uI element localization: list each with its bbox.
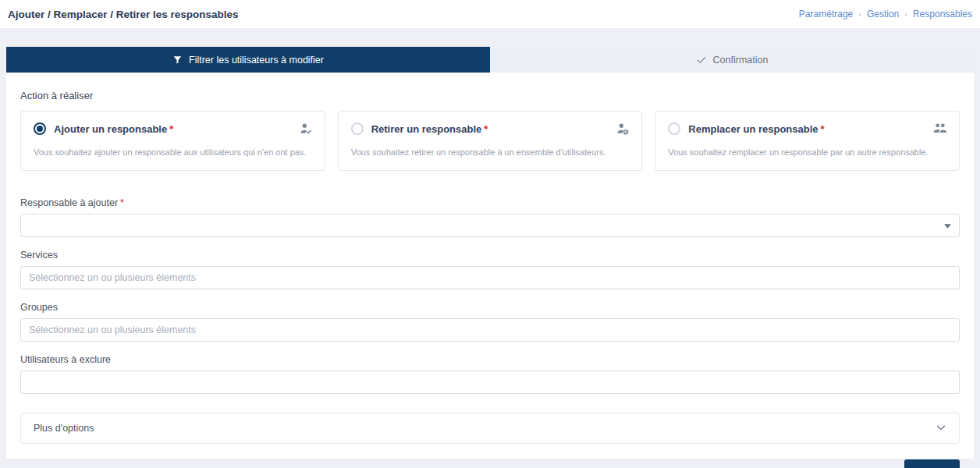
tab-filter-label: Filtrer les utilisateurs à modifier xyxy=(189,55,324,66)
filter-icon xyxy=(172,55,183,65)
field-groupes: Groupes xyxy=(20,302,960,342)
option-description: Vous souhaitez retirer un responsable à … xyxy=(351,147,630,158)
page-title: Ajouter / Remplacer / Retirer les respon… xyxy=(8,9,239,20)
people-icon xyxy=(932,121,948,140)
tab-confirmation-label: Confirmation xyxy=(713,55,769,66)
person-remove-icon xyxy=(615,121,630,140)
action-options: Ajouter un responsable* Vous souhaitez a… xyxy=(20,111,960,171)
person-check-icon xyxy=(298,121,314,140)
field-label: Groupes xyxy=(20,302,960,313)
option-title: Ajouter un responsable* xyxy=(54,123,173,135)
responsable-select[interactable] xyxy=(20,214,960,237)
option-description: Vous souhaitez remplacer un responsable … xyxy=(668,147,946,158)
radio-ajouter[interactable] xyxy=(34,122,46,135)
breadcrumb-responsables[interactable]: Responsables xyxy=(913,9,972,20)
utilisateurs-exclure-input[interactable] xyxy=(20,370,960,394)
chevron-down-icon xyxy=(944,220,951,231)
chevron-down-icon xyxy=(936,422,946,435)
radio-retirer[interactable] xyxy=(351,122,364,135)
services-input[interactable] xyxy=(20,266,960,289)
breadcrumb: Paramétrage › Gestion › Responsables xyxy=(799,9,972,20)
top-header: Ajouter / Remplacer / Retirer les respon… xyxy=(0,0,980,28)
required-asterisk: * xyxy=(169,123,173,135)
more-options-accordion[interactable]: Plus d'options xyxy=(20,413,960,444)
check-icon xyxy=(696,55,707,66)
required-asterisk: * xyxy=(120,197,124,208)
suivant-button[interactable]: Suivant xyxy=(904,459,960,468)
breadcrumb-gestion[interactable]: Gestion xyxy=(867,9,899,20)
option-title: Retirer un responsable* xyxy=(371,123,488,135)
field-utilisateurs-exclure: Utilisateurs à exclure xyxy=(20,354,960,394)
breadcrumb-parametrage[interactable]: Paramétrage xyxy=(799,9,853,20)
option-title: Remplacer un responsable* xyxy=(688,123,824,135)
option-card-remplacer[interactable]: Remplacer un responsable* Vous souhaitez… xyxy=(655,111,960,171)
main-container: Filtrer les utilisateurs à modifier Conf… xyxy=(6,47,974,459)
tab-filter-users[interactable]: Filtrer les utilisateurs à modifier xyxy=(6,47,490,73)
more-options-label: Plus d'options xyxy=(34,423,94,434)
footer-actions: Suivant xyxy=(20,459,960,468)
field-label: Services xyxy=(20,250,960,261)
option-card-ajouter[interactable]: Ajouter un responsable* Vous souhaitez a… xyxy=(20,111,325,171)
field-responsable: Responsable à ajouter* xyxy=(20,197,960,237)
option-description: Vous souhaitez ajouter un responsable au… xyxy=(34,147,312,158)
breadcrumb-separator: › xyxy=(858,9,861,19)
required-asterisk: * xyxy=(821,123,825,135)
required-asterisk: * xyxy=(484,123,488,135)
wizard-tabs: Filtrer les utilisateurs à modifier Conf… xyxy=(6,47,974,73)
breadcrumb-separator: › xyxy=(904,9,907,19)
field-label: Responsable à ajouter* xyxy=(20,197,960,208)
radio-remplacer[interactable] xyxy=(668,122,680,135)
field-label: Utilisateurs à exclure xyxy=(20,354,960,365)
groupes-input[interactable] xyxy=(20,318,960,342)
action-section-label: Action à réaliser xyxy=(20,90,960,101)
field-services: Services xyxy=(20,250,960,289)
option-card-retirer[interactable]: Retirer un responsable* Vous souhaitez r… xyxy=(338,111,643,171)
tab-confirmation[interactable]: Confirmation xyxy=(490,47,974,73)
form-panel: Action à réaliser Ajouter un responsable… xyxy=(6,73,974,459)
